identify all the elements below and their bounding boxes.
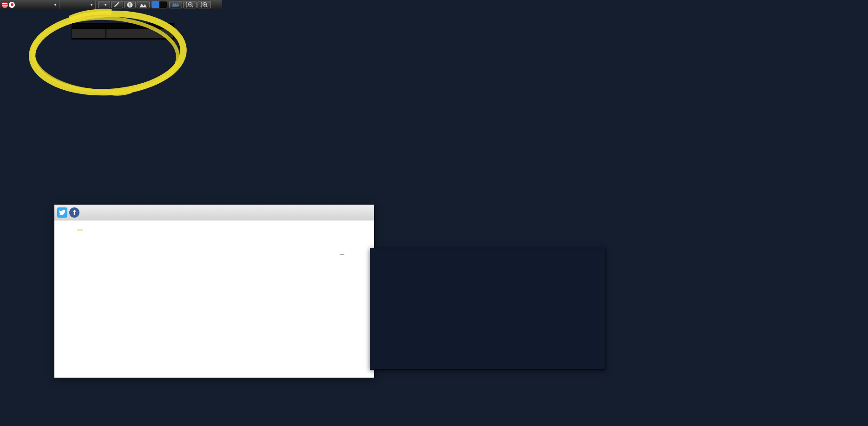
ask-button[interactable] — [159, 1, 167, 8]
table-header-ordertime — [106, 29, 173, 38]
us10y-header: f — [54, 205, 374, 220]
zoom-out-button[interactable] — [183, 1, 197, 8]
pair-selector[interactable]: ▼ — [0, 0, 59, 9]
us10y-chart — [54, 238, 374, 378]
zoom-in-icon — [200, 2, 208, 8]
twitter-icon[interactable] — [57, 207, 67, 218]
inset-chart-canvas — [370, 248, 605, 370]
chevron-down-icon: ▼ — [53, 3, 57, 7]
chevron-down-icon: ▼ — [90, 3, 93, 7]
us-flag-icon — [2, 2, 8, 8]
zoom-inset-window[interactable] — [370, 248, 605, 370]
chart-style-button[interactable] — [137, 1, 150, 8]
table-top-strip — [72, 24, 173, 29]
zoom-out-icon — [186, 2, 194, 8]
waveform-icon — [172, 2, 179, 7]
bid-ask-toggle — [151, 1, 167, 8]
info-icon — [127, 2, 133, 8]
us10y-value-bar — [54, 220, 374, 239]
trading-app-screen: ▼ ▼ ▼ — [0, 0, 868, 426]
toolbar: ▼ ▼ ▼ — [0, 0, 222, 9]
pencil-icon — [114, 2, 120, 7]
timeframe-selector[interactable]: ▼ — [59, 0, 96, 9]
bid-button[interactable] — [152, 1, 159, 8]
technical-select-button[interactable]: ▼ — [98, 1, 110, 8]
chevron-down-icon: ▼ — [104, 3, 107, 7]
mountain-icon — [139, 2, 147, 7]
facebook-icon[interactable]: f — [69, 207, 79, 218]
us10y-yield-window[interactable]: f — [54, 205, 374, 378]
table-header-profit — [72, 29, 106, 38]
orders-table[interactable] — [72, 23, 174, 40]
indicator-panel-button[interactable] — [169, 1, 182, 8]
us10y-time-badge — [77, 229, 83, 231]
info-button[interactable] — [124, 1, 136, 8]
table-header-row — [72, 29, 173, 39]
us10y-current-price-tag — [340, 254, 344, 256]
jp-flag-icon — [9, 2, 15, 8]
zoom-in-button[interactable] — [197, 1, 211, 8]
draw-tool-button[interactable] — [111, 1, 123, 8]
